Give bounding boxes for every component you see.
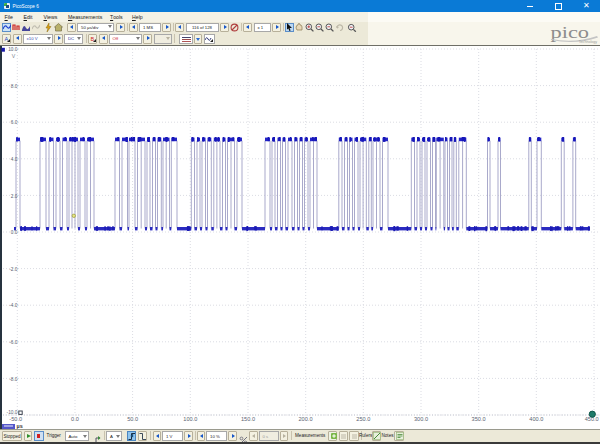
svg-text:8.0: 8.0 — [11, 84, 18, 89]
svg-text:400.0: 400.0 — [529, 416, 543, 422]
svg-text:-8.0: -8.0 — [9, 377, 18, 382]
svg-text:250.0: 250.0 — [356, 416, 370, 422]
svg-text:6.0: 6.0 — [11, 120, 18, 125]
svg-text:2.0: 2.0 — [11, 194, 18, 199]
svg-text:150.0: 150.0 — [241, 416, 255, 422]
svg-text:-10.0: -10.0 — [7, 410, 18, 415]
svg-text:300.0: 300.0 — [414, 416, 428, 422]
svg-text:0.0: 0.0 — [71, 416, 79, 422]
svg-text:-50.0: -50.0 — [9, 416, 22, 422]
svg-text:10.0: 10.0 — [8, 47, 18, 52]
svg-text:50.0: 50.0 — [127, 416, 138, 422]
svg-text:-2.0: -2.0 — [9, 267, 18, 272]
svg-text:200.0: 200.0 — [299, 416, 313, 422]
svg-text:100.0: 100.0 — [183, 416, 197, 422]
svg-text:-6.0: -6.0 — [9, 340, 18, 345]
svg-text:350.0: 350.0 — [472, 416, 486, 422]
svg-text:0.0: 0.0 — [11, 230, 18, 235]
svg-text:-4.0: -4.0 — [9, 303, 18, 308]
svg-text:V: V — [12, 53, 16, 59]
svg-text:4.0: 4.0 — [11, 157, 18, 162]
